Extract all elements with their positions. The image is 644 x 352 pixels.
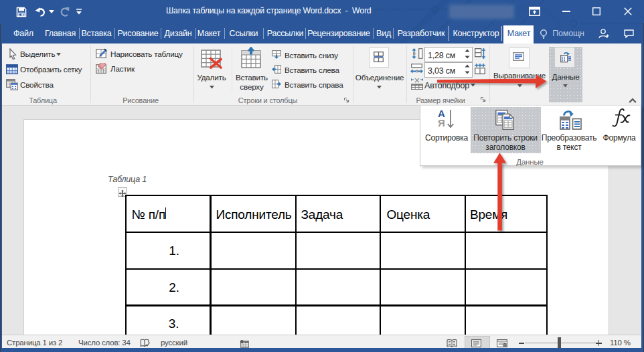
svg-text:Я: Я — [438, 117, 445, 128]
